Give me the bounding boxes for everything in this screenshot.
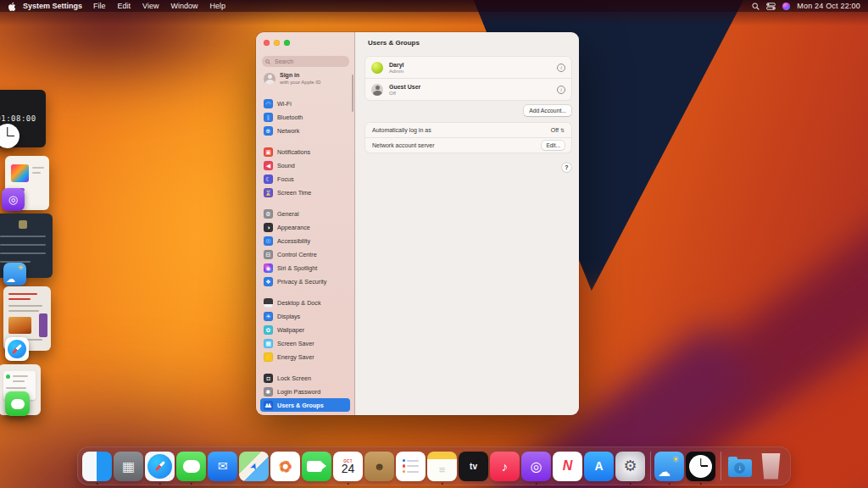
sidebar-item-wallpaper[interactable]: ✿Wallpaper [260, 323, 350, 336]
speech-bubble [183, 460, 200, 473]
dock-item-launchpad[interactable]: ▦ [113, 446, 144, 485]
user-role: Off [389, 91, 420, 97]
sidebar-item-displays[interactable]: ☀Displays [260, 309, 350, 323]
sidebar-item-sound[interactable]: ◀Sound [260, 158, 350, 172]
dock-item-app-store[interactable]: A [583, 446, 615, 485]
user-row-daryl[interactable]: Daryl Admin i [365, 57, 571, 78]
running-indicator [159, 483, 161, 485]
wifi-icon: ◠ [264, 99, 273, 108]
sidebar-item-notifications[interactable]: ▣Notifications [260, 145, 350, 158]
dock-item-weather[interactable]: ☀☁ [654, 446, 685, 485]
sidebar-item-login-password[interactable]: ✱Login Password [260, 385, 350, 398]
sidebar-item-energy-saver[interactable]: ⚡Energy Saver [260, 350, 350, 363]
menubar-app-name[interactable]: System Settings [23, 2, 82, 10]
dock-item-music[interactable]: ♪ [489, 446, 520, 485]
notes-icon: ≡ [427, 452, 457, 481]
dock-item-contacts[interactable]: ☻ [364, 446, 395, 485]
reminder-row [403, 459, 420, 463]
avatar-head [268, 75, 272, 79]
sidebar-item-label: Users & Groups [277, 402, 324, 409]
help-button[interactable]: ? [562, 163, 571, 172]
control-center-icon[interactable] [766, 3, 776, 10]
dock-item-maps[interactable]: ➤ [238, 446, 270, 485]
minimize-button[interactable] [274, 40, 280, 46]
edit-button[interactable]: Edit... [542, 141, 565, 150]
user-row-guest[interactable]: Guest User Off i [365, 78, 571, 100]
sidebar-item-users-groups[interactable]: ♟Users & Groups [260, 398, 350, 412]
reminder-row [403, 470, 420, 474]
sidebar-item-screen-saver[interactable]: ▦Screen Saver [260, 336, 350, 350]
menu-help[interactable]: Help [209, 2, 225, 10]
dock-item-mail[interactable]: ✉ [207, 446, 238, 485]
add-account-button[interactable]: Add Account... [524, 105, 571, 116]
dock-item-photos[interactable]: ✿✿ [270, 446, 301, 485]
menubar-clock[interactable]: Mon 24 Oct 22:00 [797, 2, 860, 10]
dock-item-reminders[interactable] [395, 446, 426, 485]
sidebar-item-control-centre[interactable]: ⊟Control Centre [260, 247, 350, 261]
apple-logo[interactable] [8, 2, 16, 11]
sidebar-item-accessibility[interactable]: ☉Accessibility [260, 234, 350, 247]
menu-window[interactable]: Window [170, 2, 198, 10]
dock-item-clock[interactable] [685, 446, 716, 485]
siri-icon[interactable] [782, 3, 790, 10]
auto-login-select[interactable]: Off ⇅ [551, 127, 565, 133]
text-line [8, 310, 39, 312]
signin-title: Sign in [280, 72, 320, 80]
system-settings-icon: ⚙ [615, 452, 645, 481]
dock-item-downloads[interactable]: ↓ [724, 446, 755, 485]
mail-icon: ✉ [208, 452, 237, 481]
menu-file[interactable]: File [93, 2, 106, 10]
sidebar-item-label: Accessibility [277, 237, 310, 245]
calendar-day: 24 [342, 463, 355, 474]
sidebar-scrollbar[interactable] [352, 75, 353, 112]
clock-hour-hand [8, 136, 15, 137]
sidebar-item-desktop-dock[interactable]: Desktop & Dock [260, 296, 350, 309]
sidebar-item-network[interactable]: ⊕Network [260, 124, 350, 137]
messages-app-icon[interactable] [5, 391, 30, 416]
sidebar-item-label: Control Centre [277, 251, 317, 258]
sidebar-signin[interactable]: Sign in with your Apple ID [264, 72, 320, 85]
dock-item-messages[interactable] [175, 446, 207, 485]
sidebar-item-label: Wi-Fi [277, 100, 292, 108]
sidebar-group: Desktop & Dock☀Displays✿Wallpaper▦Screen… [260, 296, 350, 363]
info-icon[interactable]: i [557, 64, 565, 72]
glyph: ⚙ [623, 457, 637, 475]
sidebar-item-siri-spotlight[interactable]: ◉Siri & Spotlight [260, 261, 350, 274]
weather-app-icon[interactable]: ☀ ☁ [3, 263, 26, 286]
cloud-icon: ☁ [6, 274, 15, 285]
dock-item-facetime[interactable] [301, 446, 332, 485]
dock-item-notes[interactable]: ≡ [426, 446, 458, 485]
dock-item-trash[interactable] [755, 446, 787, 485]
dock-item-news[interactable]: N [552, 446, 583, 485]
dock-item-safari[interactable] [144, 446, 175, 485]
signin-subtitle: with your Apple ID [280, 80, 320, 86]
menu-view[interactable]: View [142, 2, 159, 10]
sidebar-item-focus[interactable]: ☾Focus [260, 172, 350, 186]
sidebar-search[interactable] [262, 56, 349, 67]
sidebar-item-label: Desktop & Dock [277, 299, 321, 307]
sidebar-item-privacy-security[interactable]: ❖Privacy & Security [260, 274, 350, 288]
close-button[interactable] [264, 40, 270, 46]
dock-item-finder[interactable] [81, 446, 113, 485]
podcasts-app-icon[interactable]: ◎ [2, 188, 25, 211]
dock-item-podcasts[interactable]: ◎ [520, 446, 552, 485]
guest-avatar [371, 84, 383, 96]
sidebar-item-label: Wallpaper [277, 326, 304, 334]
dock-item-tv[interactable]: tv [458, 446, 489, 485]
sidebar-item-general[interactable]: ⚙General [260, 207, 350, 220]
sidebar-item-wifi[interactable]: ◠Wi-Fi [260, 97, 350, 110]
sidebar-item-bluetooth[interactable]: ᛒBluetooth [260, 110, 350, 124]
weather-row [0, 236, 46, 237]
search-icon[interactable] [752, 3, 760, 10]
zoom-button[interactable] [284, 40, 290, 46]
info-icon[interactable]: i [557, 86, 565, 94]
dock-item-calendar[interactable]: OCT24 [332, 446, 364, 485]
dock-item-system-settings[interactable]: ⚙ [615, 446, 646, 485]
sidebar-item-lock-screen[interactable]: ◘Lock Screen [260, 371, 350, 385]
privacy-security-icon: ❖ [264, 277, 273, 286]
sidebar-item-screen-time[interactable]: ⌛Screen Time [260, 186, 350, 199]
menu-edit[interactable]: Edit [118, 2, 131, 10]
sidebar-item-appearance[interactable]: ◑Appearance [260, 220, 350, 234]
safari-app-icon[interactable] [5, 337, 29, 361]
search-input[interactable] [273, 58, 336, 65]
